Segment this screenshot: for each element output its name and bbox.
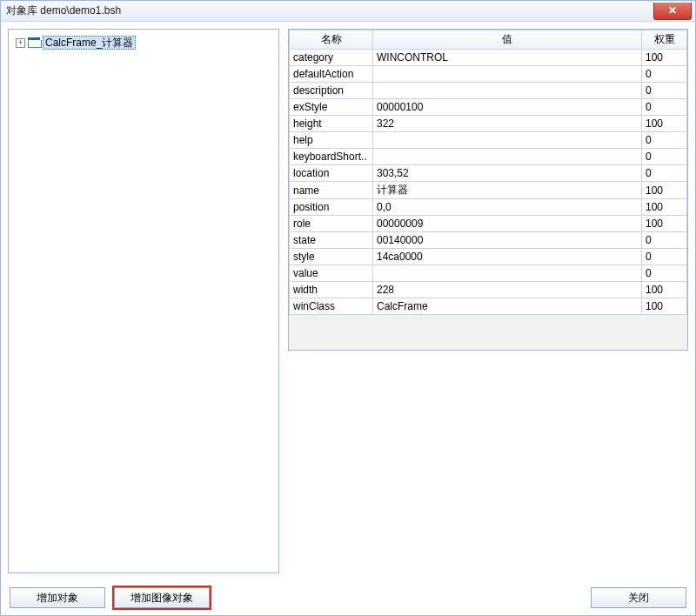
tree-item-label[interactable]: CalcFrame_计算器 [43, 36, 136, 50]
grid-row[interactable]: keyboardShort..0 [290, 149, 687, 165]
cell-name[interactable]: width [290, 282, 373, 298]
add-object-button[interactable]: 增加对象 [10, 587, 105, 608]
bottom-toolbar: 增加对象 增加图像对象 关闭 [1, 584, 695, 615]
object-tree-panel[interactable]: + CalcFrame_计算器 [8, 29, 279, 573]
grid-row[interactable]: height322100 [290, 116, 687, 132]
cell-weight[interactable]: 0 [642, 149, 687, 165]
cell-weight[interactable]: 100 [642, 216, 687, 232]
grid-row[interactable]: style14ca00000 [290, 249, 687, 265]
grid-row[interactable]: help0 [290, 132, 687, 149]
cell-value[interactable]: 303,52 [373, 165, 642, 182]
grid-row[interactable]: width228100 [290, 282, 687, 298]
cell-value[interactable]: 14ca0000 [373, 249, 642, 265]
main-area: + CalcFrame_计算器 名称 值 [1, 22, 695, 584]
grid-row[interactable]: state001400000 [290, 232, 687, 249]
cell-value[interactable] [373, 149, 642, 165]
cell-value[interactable]: WINCONTROL [373, 50, 642, 66]
cell-name[interactable]: defaultAction [290, 66, 373, 83]
cell-value[interactable]: 00000009 [373, 216, 642, 232]
cell-name[interactable]: height [290, 116, 373, 132]
cell-weight[interactable]: 100 [642, 199, 687, 216]
cell-name[interactable]: position [290, 199, 373, 216]
cell-name[interactable]: role [290, 216, 373, 232]
tree-expand-toggle[interactable]: + [16, 38, 25, 48]
object-library-window: 对象库 demo\demo1.bsh ✕ + CalcFrame_计算器 [0, 0, 696, 616]
cell-weight[interactable]: 0 [642, 165, 687, 182]
grid-row[interactable]: description0 [290, 83, 687, 99]
grid-empty-area [289, 315, 687, 350]
grid-row[interactable]: winClassCalcFrame100 [290, 298, 687, 315]
properties-panel: 名称 值 权重 categoryWINCONTROL100defaultActi… [288, 29, 688, 577]
grid-row[interactable]: position0,0100 [290, 199, 687, 216]
cell-weight[interactable]: 100 [642, 50, 687, 66]
grid-row[interactable]: value0 [290, 265, 687, 282]
column-header-value[interactable]: 值 [373, 30, 642, 50]
cell-value[interactable] [373, 265, 642, 282]
properties-grid[interactable]: 名称 值 权重 categoryWINCONTROL100defaultActi… [289, 30, 687, 315]
titlebar: 对象库 demo\demo1.bsh ✕ [1, 1, 695, 22]
cell-value[interactable] [373, 66, 642, 83]
column-header-weight[interactable]: 权重 [642, 30, 687, 50]
cell-name[interactable]: value [290, 265, 373, 282]
cell-value[interactable]: 00000100 [373, 99, 642, 116]
cell-name[interactable]: winClass [290, 298, 373, 315]
cell-weight[interactable]: 100 [642, 298, 687, 315]
tree-item[interactable]: + CalcFrame_计算器 [12, 35, 275, 50]
cell-weight[interactable]: 0 [642, 265, 687, 282]
cell-weight[interactable]: 100 [642, 282, 687, 298]
cell-value[interactable] [373, 132, 642, 149]
cell-weight[interactable]: 0 [642, 99, 687, 116]
cell-value[interactable]: 0,0 [373, 199, 642, 216]
cell-name[interactable]: category [290, 50, 373, 66]
window-icon [28, 37, 40, 48]
close-button[interactable]: 关闭 [591, 587, 686, 608]
cell-value[interactable]: CalcFrame [373, 298, 642, 315]
properties-grid-container: 名称 值 权重 categoryWINCONTROL100defaultActi… [288, 29, 688, 351]
grid-row[interactable]: defaultAction0 [290, 66, 687, 83]
cell-weight[interactable]: 100 [642, 182, 687, 199]
grid-row[interactable]: name计算器100 [290, 182, 687, 199]
cell-value[interactable]: 322 [373, 116, 642, 132]
cell-weight[interactable]: 0 [642, 83, 687, 99]
cell-name[interactable]: name [290, 182, 373, 199]
cell-weight[interactable]: 0 [642, 232, 687, 249]
grid-row[interactable]: location303,520 [290, 165, 687, 182]
button-label: 增加图像对象 [130, 591, 193, 606]
cell-value[interactable]: 计算器 [373, 182, 642, 199]
cell-name[interactable]: location [290, 165, 373, 182]
grid-row[interactable]: categoryWINCONTROL100 [290, 50, 687, 66]
window-title: 对象库 demo\demo1.bsh [6, 3, 121, 18]
button-label: 关闭 [628, 591, 649, 606]
close-icon: ✕ [668, 4, 677, 17]
cell-name[interactable]: style [290, 249, 373, 265]
cell-weight[interactable]: 0 [642, 132, 687, 149]
add-image-object-button[interactable]: 增加图像对象 [114, 587, 210, 608]
cell-name[interactable]: exStyle [290, 99, 373, 116]
window-close-button[interactable]: ✕ [653, 3, 692, 20]
cell-value[interactable] [373, 83, 642, 99]
grid-header-row: 名称 值 权重 [290, 30, 687, 50]
cell-name[interactable]: keyboardShort.. [290, 149, 373, 165]
cell-weight[interactable]: 100 [642, 116, 687, 132]
cell-name[interactable]: description [290, 83, 373, 99]
grid-row[interactable]: exStyle000001000 [290, 99, 687, 116]
cell-weight[interactable]: 0 [642, 249, 687, 265]
cell-weight[interactable]: 0 [642, 66, 687, 83]
cell-name[interactable]: state [290, 232, 373, 249]
client-area: + CalcFrame_计算器 名称 值 [1, 22, 695, 615]
cell-name[interactable]: help [290, 132, 373, 149]
button-label: 增加对象 [37, 591, 78, 606]
grid-row[interactable]: role00000009100 [290, 216, 687, 232]
cell-value[interactable]: 228 [373, 282, 642, 298]
column-header-name[interactable]: 名称 [290, 30, 373, 50]
cell-value[interactable]: 00140000 [373, 232, 642, 249]
